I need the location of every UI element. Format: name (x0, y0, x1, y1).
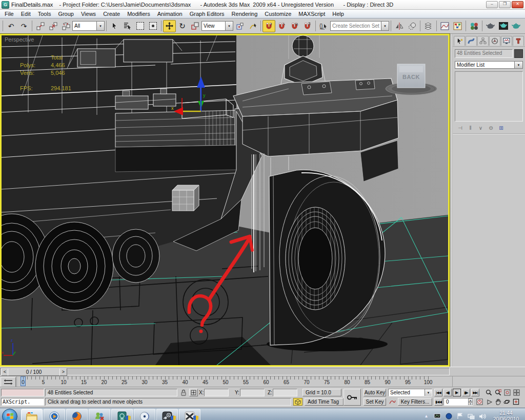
taskbar-clock[interactable]: 21:44 20/06/2010 (490, 410, 522, 420)
redo-icon[interactable]: ↷ (17, 20, 30, 32)
mini-curve-editor-icon[interactable] (1, 377, 16, 387)
taskbar-app-steam[interactable] (156, 409, 178, 420)
window-crossing-icon[interactable] (147, 20, 159, 32)
select-and-scale-icon[interactable] (189, 20, 201, 32)
render-setup-icon[interactable] (484, 20, 497, 32)
tray-display-icon[interactable] (434, 412, 441, 420)
snap-toggle-3d-icon[interactable]: 3 (262, 20, 275, 32)
minimize-button[interactable]: – (486, 1, 498, 8)
taskbar-app-messenger[interactable] (89, 409, 110, 420)
viewport-label[interactable]: Perspective (5, 36, 34, 43)
key-filters-button[interactable]: Key Filters... (398, 398, 432, 406)
menu-item-rendering[interactable]: Rendering (228, 10, 261, 17)
go-to-end-icon[interactable]: ▶▶| (471, 389, 479, 396)
taskbar-app-explorer[interactable] (21, 409, 43, 420)
menu-item-graph-editors[interactable]: Graph Editors (186, 10, 228, 17)
percent-snap-icon[interactable]: % (288, 20, 301, 32)
select-and-rotate-icon[interactable]: ↻ (176, 20, 189, 32)
time-configuration-icon[interactable] (475, 398, 483, 406)
set-key-button[interactable]: Set Key (364, 398, 386, 406)
perspective-viewport[interactable]: BACK x y (0, 34, 450, 367)
bind-to-space-warp-icon[interactable] (59, 20, 72, 32)
menu-item-animation[interactable]: Animation (154, 10, 186, 17)
key-mode-dropdown[interactable]: Selected ▼ (388, 389, 432, 396)
frame-spinner[interactable]: ▲▼ (468, 398, 473, 405)
taskbar-app-firefox[interactable] (66, 409, 88, 420)
show-end-result-icon[interactable]: ‖ (466, 124, 475, 132)
make-unique-icon[interactable]: ∨ (476, 124, 485, 132)
modifier-stack[interactable] (455, 71, 523, 122)
undo-icon[interactable]: ↶ (5, 20, 17, 32)
select-and-link-icon[interactable] (34, 20, 47, 32)
action-center-flag-icon[interactable] (456, 412, 464, 420)
spinner-snap-icon[interactable] (301, 20, 314, 32)
quick-render-icon[interactable] (510, 20, 522, 32)
zoom-extents-icon[interactable] (503, 389, 511, 396)
maxscript-mini-listener[interactable] (1, 389, 44, 396)
pan-view-icon[interactable] (494, 398, 502, 406)
zoom-all-icon[interactable] (494, 389, 502, 396)
zoom-icon[interactable] (484, 389, 493, 396)
selection-filter-dropdown[interactable]: All▼ (72, 21, 105, 31)
y-coordinate-field[interactable] (240, 389, 265, 396)
trackbar-ruler[interactable]: 0510152025303540455055606570758085909510… (16, 376, 452, 387)
reference-coordinate-dropdown[interactable]: View▼ (201, 21, 233, 31)
zoom-extents-all-icon[interactable] (512, 389, 520, 396)
add-time-tag[interactable]: Add Time Tag (305, 398, 344, 406)
menu-item-edit[interactable]: Edit (17, 10, 34, 17)
rendered-frame-window-icon[interactable] (497, 20, 510, 32)
chevron-down-icon[interactable]: ▼ (514, 61, 523, 69)
default-in-out-tangents-icon[interactable] (388, 398, 396, 406)
taskbar-app-xfire[interactable] (179, 409, 200, 420)
field-of-view-icon[interactable] (486, 398, 493, 406)
angle-snap-icon[interactable] (275, 20, 288, 32)
menu-item-help[interactable]: Help (329, 10, 348, 17)
key-mode-toggle-icon[interactable]: ▮◀◀ (434, 398, 442, 406)
align-icon[interactable] (406, 20, 418, 32)
object-name-field[interactable]: 48 Entities Selected (455, 49, 513, 58)
arc-rotate-icon[interactable] (503, 398, 511, 406)
rectangular-selection-region-icon[interactable] (134, 20, 147, 32)
select-and-manipulate-icon[interactable] (246, 20, 259, 32)
chevron-down-icon[interactable]: ▼ (381, 22, 389, 30)
tab-create[interactable] (454, 36, 465, 46)
tray-app-icon[interactable] (445, 412, 453, 420)
maximize-button[interactable]: ❐ (499, 1, 511, 8)
play-animation-icon[interactable]: ▶ (453, 389, 461, 396)
time-slider-next-button[interactable]: > (59, 368, 67, 376)
maximize-viewport-toggle-icon[interactable] (512, 398, 520, 406)
menu-item-file[interactable]: File (1, 10, 17, 17)
absolute-mode-toggle-icon[interactable] (189, 389, 198, 396)
auto-key-button[interactable]: Auto Key (364, 389, 386, 396)
go-to-start-icon[interactable]: |◀◀ (434, 389, 442, 396)
named-selection-sets-icon[interactable]: {}ABC (317, 20, 330, 32)
configure-modifier-sets-icon[interactable]: ⊞ (497, 124, 506, 132)
select-by-name-icon[interactable] (121, 20, 134, 32)
menu-item-customize[interactable]: Customize (261, 10, 295, 17)
close-button[interactable]: ✕ (512, 1, 523, 8)
set-keys-button[interactable] (344, 389, 361, 406)
start-button[interactable] (2, 409, 17, 420)
modifier-list-dropdown[interactable]: Modifier List ▼ (455, 61, 523, 69)
mirror-icon[interactable] (393, 20, 406, 32)
chevron-down-icon[interactable]: ▼ (96, 22, 104, 30)
previous-frame-icon[interactable]: ◀▮ (443, 389, 452, 396)
use-pivot-point-center-icon[interactable] (233, 20, 246, 32)
layer-manager-icon[interactable] (422, 20, 435, 32)
menu-item-group[interactable]: Group (54, 10, 77, 17)
menu-item-modifiers[interactable]: Modifiers (124, 10, 154, 17)
x-coordinate-field[interactable] (204, 389, 229, 396)
unlink-selection-icon[interactable] (47, 20, 59, 32)
chevron-down-icon[interactable]: ▼ (225, 22, 233, 30)
schematic-view-icon[interactable] (451, 20, 464, 32)
select-and-move-icon[interactable] (163, 20, 176, 32)
tab-motion[interactable] (489, 36, 500, 46)
selection-lock-icon[interactable] (180, 389, 187, 396)
menu-item-maxscript[interactable]: MAXScript (295, 10, 329, 17)
menu-item-create[interactable]: Create (99, 10, 124, 17)
network-icon[interactable] (468, 412, 475, 420)
remove-modifier-icon[interactable]: ⊖ (487, 124, 495, 132)
current-frame-field[interactable]: 0 ▲▼ (443, 398, 473, 406)
maxscript-listener-line[interactable]: AXScript. (1, 398, 44, 406)
taskbar-app-media-player[interactable] (44, 409, 65, 420)
